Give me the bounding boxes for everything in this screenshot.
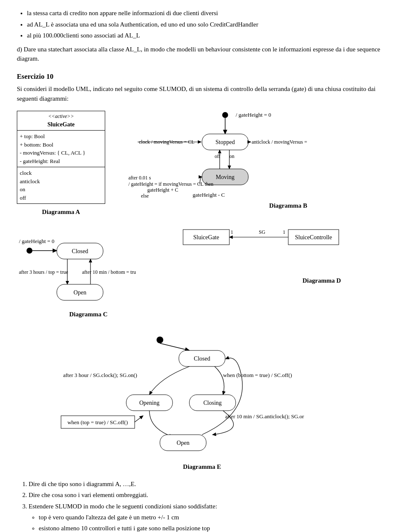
attr-3: - gateHeight: Real [20,157,102,166]
diag-d-label: Diagramma D [181,276,341,286]
svg-text:/ gateHeight = 0: / gateHeight = 0 [236,112,271,118]
svg-point-19 [27,248,32,254]
op-1: anticlock [20,177,102,186]
svg-text:Opening: Opening [139,400,159,406]
svg-text:after 0.01 s: after 0.01 s [128,175,151,181]
svg-text:Moving: Moving [216,174,234,180]
svg-text:1: 1 [283,229,285,235]
question-3: Estendere SLUMOD in modo che le seguenti… [29,502,387,532]
q3-bullet-0: top è vero quando l'altezza del gate è u… [39,513,387,522]
svg-text:SluiceControlle: SluiceControlle [295,234,332,241]
diagram-a-container: <<active>> SluiceGate + top: Bool + bott… [17,111,105,217]
svg-text:after 10 min / bottom = tru: after 10 min / bottom = tru [82,269,136,275]
svg-text:/ gateHeight = 0: / gateHeight = 0 [19,238,54,244]
diag-a-label: Diagramma A [17,207,105,217]
bullet-3: al più 100.000clienti sono associati ad … [27,31,387,40]
svg-point-38 [157,337,163,343]
svg-text:SluiceGate: SluiceGate [193,234,219,241]
svg-text:SG: SG [259,229,266,235]
svg-text:Closed: Closed [194,356,210,362]
svg-text:1: 1 [231,229,233,235]
diagram-b-container: / gateHeight = 0 Stopped clock / movingV… [122,111,307,210]
question-2: Dire che cosa sono i vari elementi ombre… [29,490,387,500]
class-header: <<active>> SluiceGate [17,111,105,131]
svg-text:else: else [141,193,149,199]
diagram-e-outer: Closed after 3 hour / SG.clock(); SG.on(… [17,327,387,472]
attr-2: - movingVersus: { CL, ACL } [20,149,102,157]
attr-1: + bottom: Bool [20,141,102,149]
diag-e-svg: Closed after 3 hour / SG.clock(); SG.on(… [59,327,345,466]
diag-b-label: Diagramma B [122,201,307,211]
svg-text:after 3 hours / top = true: after 3 hours / top = true [19,269,68,275]
op-0: clock [20,169,102,177]
svg-line-50 [135,416,143,422]
class-active-label: <<active>> [20,112,102,120]
diag-ab-row: <<active>> SluiceGate + top: Bool + bott… [17,111,387,217]
section-d-text: d) Dare una statechart associata alla cl… [17,45,387,64]
svg-text:on: on [229,153,234,159]
svg-text:Open: Open [177,440,189,446]
diagram-e-states: Closed after 3 hour / SG.clock(); SG.on(… [59,327,345,466]
bullet-2: ad AL_L è associata una ed una sola Auth… [27,20,387,29]
diagram-d-outer: SluiceGate 1 SG 1 SluiceControlle Diagra… [181,221,341,286]
attr-0: + top: Bool [20,132,102,141]
diag-b-states: / gateHeight = 0 Stopped clock / movingV… [122,111,307,199]
op-2: on [20,185,102,194]
diag-d-svg: SluiceGate 1 SG 1 SluiceControlle [181,221,341,255]
diagram-c-outer: / gateHeight = 0 Closed after 3 hours / … [17,221,160,319]
diag-cd-row: / gateHeight = 0 Closed after 3 hours / … [17,221,387,319]
diagram-d-assoc: SluiceGate 1 SG 1 SluiceControlle [181,221,341,272]
diagram-c-states: / gateHeight = 0 Closed after 3 hours / … [17,221,160,314]
svg-point-0 [222,112,228,118]
diag-c-svg: / gateHeight = 0 Closed after 3 hours / … [17,221,160,314]
svg-text:Closing: Closing [203,400,222,406]
svg-text:Open: Open [74,289,86,296]
svg-line-39 [160,343,189,350]
svg-text:after 10 min / SG.anticlock();: after 10 min / SG.anticlock(); SG.or [225,413,304,420]
class-attributes: + top: Bool + bottom: Bool - movingVersu… [17,131,105,167]
svg-text:when (bottom = true) / SC.off(: when (bottom = true) / SC.off() [223,372,292,378]
op-3: off [20,194,102,202]
diag-b-svg: / gateHeight = 0 Stopped clock / movingV… [122,111,307,199]
q3-bullets: top è vero quando l'altezza del gate è u… [39,513,387,532]
question-1: Dire di che tipo sono i diagrammi A, …,E… [29,479,387,489]
class-operations: clock anticlock on off [17,167,105,203]
class-name-label: SluiceGate [20,120,102,129]
svg-text:gateHeight + C: gateHeight + C [147,187,178,193]
esercizio-title: Esercizio 10 [17,71,387,82]
bullet-1: la stessa carta di credito non appare ne… [27,8,387,18]
svg-text:/ gateHeight = if movingVersus: / gateHeight = if movingVersus = CL then [128,181,213,187]
svg-text:Closed: Closed [72,248,88,254]
q3-bullet-1: esistono almeno 10 controllori e tutti i… [39,524,387,532]
svg-text:when (top = true) / SC.off(): when (top = true) / SC.off() [67,419,128,425]
intro-bullets: la stessa carta di credito non appare ne… [17,8,387,40]
esercizio-intro: Si consideri il modello UML, indicato ne… [17,84,387,103]
class-box-sluicegate: <<active>> SluiceGate + top: Bool + bott… [17,111,105,204]
svg-text:Stopped: Stopped [215,139,235,145]
questions-list: Dire di che tipo sono i diagrammi A, …,E… [29,479,387,532]
svg-text:after 3 hour / SG.clock(); SG.: after 3 hour / SG.clock(); SG.on() [63,372,137,378]
svg-text:anticlock / movingVersus = ACL: anticlock / movingVersus = ACL [252,139,307,145]
